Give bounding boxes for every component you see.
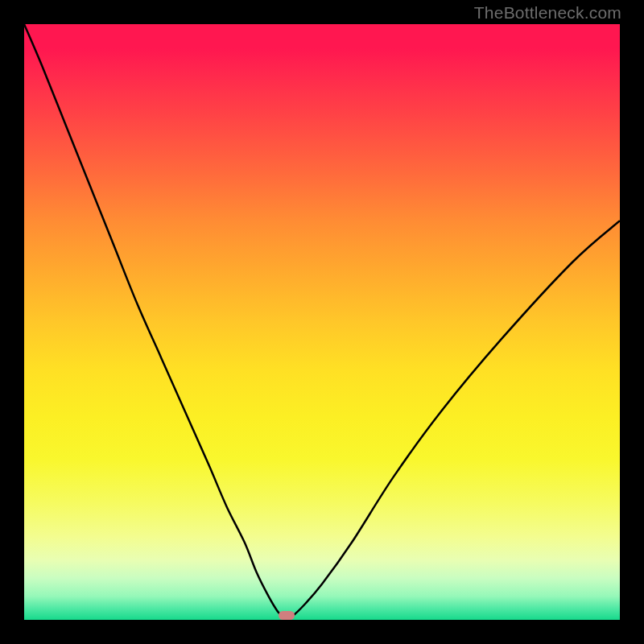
curve-path [24,24,620,619]
bottleneck-curve [24,24,620,620]
chart-frame: TheBottleneck.com [0,0,644,644]
plot-area [24,24,620,620]
optimal-marker [279,611,295,620]
watermark-label: TheBottleneck.com [474,3,621,23]
